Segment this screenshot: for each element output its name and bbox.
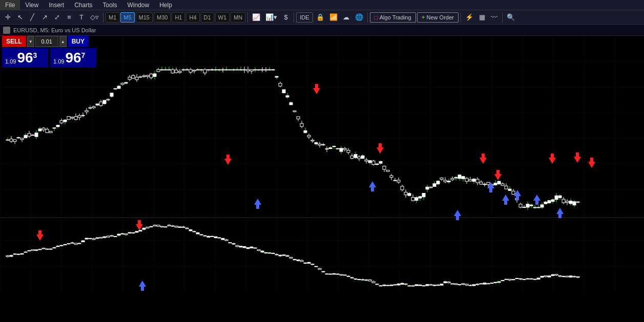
toolbar-line2[interactable]: ↗ <box>39 12 50 23</box>
sell-price-display: 1.09 96 3 <box>2 48 48 68</box>
toolbar-depth[interactable]: ▦ <box>476 12 488 23</box>
toolbar-wave[interactable]: 〰 <box>489 12 500 23</box>
toolbar-ide[interactable]: IDE <box>296 12 313 23</box>
toolbar-chart-type[interactable]: 📈 <box>250 12 262 23</box>
buy-price-prefix: 1.09 <box>53 58 64 65</box>
tf-m30[interactable]: M30 <box>154 12 171 23</box>
buy-price-small: 7 <box>81 51 86 59</box>
sep-5 <box>461 12 461 23</box>
tf-h1[interactable]: H1 <box>172 12 185 23</box>
sep-1 <box>103 12 103 23</box>
toolbar-globe[interactable]: 🌐 <box>353 12 365 23</box>
sep-2 <box>247 12 248 23</box>
sep-4 <box>367 12 368 23</box>
menu-file[interactable]: File <box>0 0 20 10</box>
buy-button[interactable]: BUY <box>68 36 89 47</box>
toolbar-dollar[interactable]: $ <box>280 12 292 23</box>
toolbar-channel[interactable]: ≡ <box>64 12 75 23</box>
toolbar-text[interactable]: T <box>76 12 87 23</box>
toolbar-signal[interactable]: 📶 <box>327 12 340 23</box>
trade-row-prices: 1.09 96 3 1.09 96 7 <box>2 48 96 68</box>
menu-view[interactable]: View <box>20 0 44 10</box>
toolbar-search[interactable]: 🔍 <box>505 12 517 23</box>
chart-canvas[interactable] <box>0 36 644 292</box>
trade-row-top: SELL ▼ ▲ BUY <box>2 36 96 47</box>
sell-price-prefix: 1.09 <box>5 58 16 65</box>
lot-down-arrow[interactable]: ▼ <box>27 36 34 47</box>
sell-button[interactable]: SELL <box>2 36 26 47</box>
tf-m5[interactable]: M5 <box>120 12 134 23</box>
toolbar-line1[interactable]: ╱ <box>27 12 38 23</box>
chart-area[interactable] <box>0 36 644 292</box>
chart-header: EURUSD, M5: Euro vs US Dollar <box>0 25 644 36</box>
menu-tools[interactable]: Tools <box>98 0 122 10</box>
toolbar-cloud[interactable]: ☁ <box>341 12 352 23</box>
toolbar-cursor[interactable]: ↖ <box>14 12 26 23</box>
toolbar-lock[interactable]: 🔒 <box>314 12 326 23</box>
toolbar-indicators[interactable]: 📊▾ <box>263 12 279 23</box>
trade-panel: SELL ▼ ▲ BUY 1.09 96 3 1.09 96 7 <box>2 36 96 68</box>
lot-up-arrow[interactable]: ▲ <box>59 36 67 47</box>
sell-price-big: 96 <box>17 51 33 65</box>
chart-symbol-icon <box>3 27 10 34</box>
toolbar-shapes[interactable]: ◇▿ <box>88 12 101 23</box>
new-order-button[interactable]: + New Order <box>417 12 459 23</box>
tf-d1[interactable]: D1 <box>201 12 214 23</box>
buy-price-big: 96 <box>65 51 81 65</box>
toolbar-crosshair[interactable]: ✛ <box>2 12 13 23</box>
menu-window[interactable]: Window <box>122 0 155 10</box>
menu-bar: File View Insert Charts Tools Window Hel… <box>0 0 644 10</box>
tf-m15[interactable]: M15 <box>136 12 153 23</box>
toolbar-expand[interactable]: ⤢ <box>51 12 63 23</box>
sep-6 <box>502 12 503 23</box>
toolbar-levels[interactable]: ⚡ <box>463 12 475 23</box>
tf-w1[interactable]: W1 <box>215 12 230 23</box>
tf-h4[interactable]: H4 <box>186 12 199 23</box>
sep-3 <box>294 12 294 23</box>
toolbar: ✛ ↖ ╱ ↗ ⤢ ≡ T ◇▿ M1 M5 M15 M30 H1 H4 D1 … <box>0 10 644 25</box>
buy-price-display: 1.09 96 7 <box>50 48 96 68</box>
tf-m1[interactable]: M1 <box>106 12 119 23</box>
menu-help[interactable]: Help <box>154 0 177 10</box>
lot-input[interactable] <box>35 36 58 47</box>
sell-price-small: 3 <box>33 51 37 59</box>
tf-mn[interactable]: MN <box>231 12 245 23</box>
menu-charts[interactable]: Charts <box>69 0 97 10</box>
chart-title: EURUSD, M5: Euro vs US Dollar <box>13 27 96 33</box>
algo-trading-button[interactable]: □ Algo Trading <box>370 12 416 23</box>
menu-insert[interactable]: Insert <box>44 0 69 10</box>
